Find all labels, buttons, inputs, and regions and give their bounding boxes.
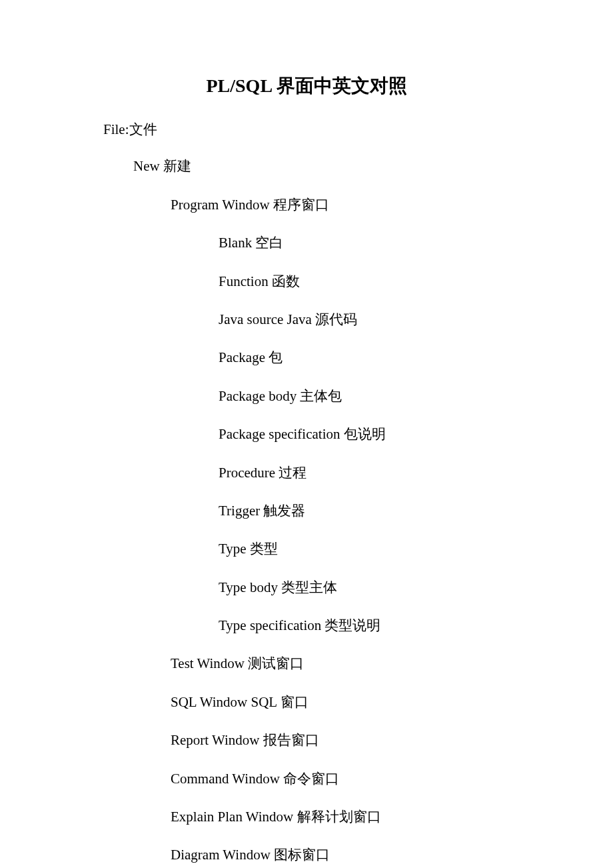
item-trigger: Trigger 触发器 — [219, 501, 613, 521]
menu-test-window: Test Window 测试窗口 — [171, 654, 613, 673]
item-blank: Blank 空白 — [219, 233, 613, 253]
document-title: PL/SQL 界面中英文对照 — [0, 73, 613, 99]
menu-sql-window: SQL Window SQL 窗口 — [171, 693, 613, 712]
menu-new: New 新建 — [133, 157, 613, 176]
menu-report-window: Report Window 报告窗口 — [171, 731, 613, 750]
item-package-body: Package body 主体包 — [219, 387, 613, 406]
menu-diagram-window: Diagram Window 图标窗口 — [171, 845, 613, 865]
menu-program-window: Program Window 程序窗口 — [171, 195, 613, 215]
item-type-specification: Type specification 类型说明 — [219, 616, 613, 635]
item-package-specification: Package specification 包说明 — [219, 425, 613, 444]
item-function: Function 函数 — [219, 272, 613, 291]
item-java-source: Java source Java 源代码 — [219, 310, 613, 329]
item-procedure: Procedure 过程 — [219, 463, 613, 483]
menu-explain-plan-window: Explain Plan Window 解释计划窗口 — [171, 807, 613, 827]
menu-command-window: Command Window 命令窗口 — [171, 769, 613, 789]
item-type-body: Type body 类型主体 — [219, 578, 613, 597]
item-type: Type 类型 — [219, 539, 613, 559]
menu-file: File:文件 — [103, 120, 613, 139]
item-package: Package 包 — [219, 348, 613, 367]
